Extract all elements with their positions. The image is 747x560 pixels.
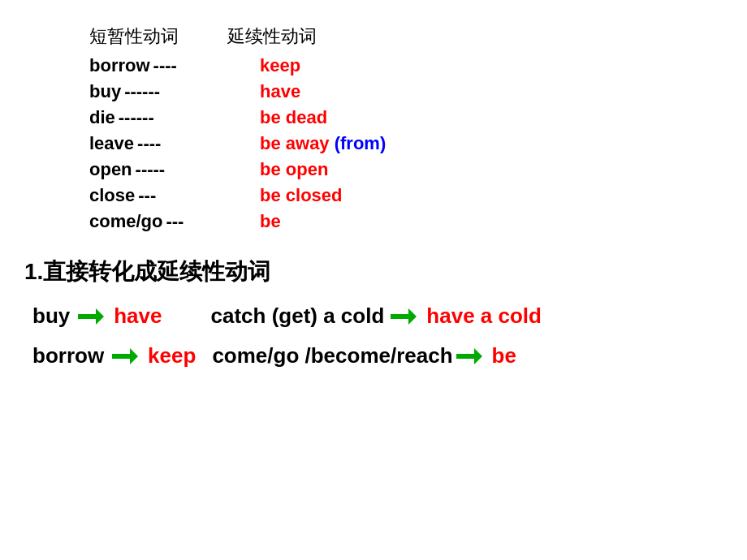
svg-rect-4: [112, 354, 130, 359]
vocab-row-6: come/go---be: [89, 211, 723, 232]
header-col1: 短暂性动词: [89, 24, 179, 49]
vocab-left-2: die------: [89, 107, 244, 128]
result-have-1: have: [114, 304, 162, 329]
vocab-row-1: buy------have: [89, 81, 723, 102]
example-row-1: buy have catch (get) a cold have a cold: [32, 304, 723, 329]
svg-marker-7: [474, 348, 482, 364]
phrase-catch-cold: catch (get) a cold: [211, 304, 385, 329]
word-buy: buy: [32, 304, 70, 329]
result-keep: keep: [148, 343, 196, 368]
vocab-row-0: borrow----keep: [89, 55, 723, 76]
vocab-row-2: die------be dead: [89, 107, 723, 128]
vocab-left-3: leave----: [89, 133, 244, 154]
word-borrow: borrow: [32, 343, 104, 368]
result-have-a-cold: have a cold: [426, 304, 542, 329]
vocab-right-4: be open: [260, 159, 328, 180]
examples-area: buy have catch (get) a cold have a cold …: [32, 304, 723, 368]
vocab-right-0: keep: [260, 55, 300, 76]
section-title: 1.直接转化成延续性动词: [24, 256, 723, 287]
vocab-right-1: have: [260, 81, 300, 102]
vocab-left-6: come/go---: [89, 211, 244, 232]
vocab-left-4: open-----: [89, 159, 244, 180]
svg-marker-5: [130, 348, 138, 364]
table-header: 短暂性动词 延续性动词: [89, 24, 723, 49]
vocab-left-5: close---: [89, 185, 244, 206]
example-row-2: borrow keep come/go /become/reach be: [32, 343, 723, 368]
vocab-right-6: be: [260, 211, 281, 232]
vocab-rows: borrow----keepbuy------havedie------be d…: [89, 55, 723, 232]
header-col2: 延续性动词: [227, 24, 317, 49]
phrase-come-go: come/go /become/reach: [212, 343, 452, 368]
vocab-row-3: leave----be away (from): [89, 133, 723, 154]
svg-rect-6: [456, 354, 474, 359]
svg-rect-2: [391, 314, 408, 319]
vocab-table: 短暂性动词 延续性动词 borrow----keepbuy------haved…: [89, 24, 723, 232]
result-be: be: [492, 343, 516, 368]
arrow-icon-1: [78, 308, 104, 325]
svg-rect-0: [78, 314, 96, 319]
svg-marker-3: [408, 308, 417, 325]
vocab-row-4: open-----be open: [89, 159, 723, 180]
arrow-icon-3: [112, 348, 138, 364]
vocab-right-5: be closed: [260, 185, 342, 206]
vocab-row-5: close---be closed: [89, 185, 723, 206]
svg-marker-1: [96, 308, 104, 325]
arrow-icon-2: [391, 308, 417, 325]
arrow-icon-4: [456, 348, 482, 364]
vocab-right-3: be away (from): [260, 133, 386, 154]
vocab-left-0: borrow----: [89, 55, 244, 76]
main-page: 短暂性动词 延续性动词 borrow----keepbuy------haved…: [0, 0, 747, 560]
vocab-right-2: be dead: [260, 107, 327, 128]
vocab-left-1: buy------: [89, 81, 244, 102]
